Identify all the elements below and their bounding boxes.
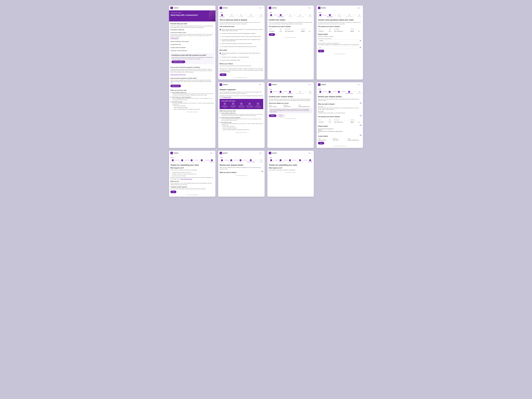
radio-option-5[interactable]: There's a problem with the goods or serv… bbox=[220, 42, 263, 45]
back-link-8[interactable]: ‹ Back bbox=[171, 157, 214, 158]
review-detail-value: You want to cancel a subscription or a r… bbox=[318, 112, 361, 114]
back-link-7[interactable]: ‹ Back bbox=[318, 88, 361, 90]
back-link-2[interactable]: ‹ Back bbox=[220, 12, 263, 13]
detail-radio-2[interactable]: You want to cancel a subscription or a r… bbox=[220, 56, 263, 59]
accordion-header-trial[interactable]: An expired free trial ∨ bbox=[171, 44, 214, 45]
exit-link-9[interactable]: Exit bbox=[259, 152, 261, 154]
exit-link-4[interactable]: Exit bbox=[358, 7, 360, 9]
radio-circle-4[interactable] bbox=[220, 39, 221, 40]
payment-table-questions: Date Type Description Amount 01/04/2022 … bbox=[318, 28, 361, 32]
radio-option-2[interactable]: You haven't received your goods or servi… bbox=[220, 32, 263, 35]
exit-link-10[interactable]: Exit bbox=[309, 152, 310, 154]
review-next-button[interactable]: Next bbox=[318, 142, 324, 144]
thanks1-card-body: ‹ Back ✓ Dispute type ✓ Dispute details … bbox=[169, 156, 215, 197]
col-amount: Amount bbox=[301, 28, 309, 30]
dispute-payment-button[interactable]: Dispute a payment bbox=[171, 61, 185, 63]
accordion-header-pending[interactable]: A pending or reserved payment ∨ bbox=[171, 50, 214, 51]
r-step-3: 3 Your details bbox=[288, 14, 292, 17]
radio-option-6[interactable]: You used your debit card at a cash machi… bbox=[220, 45, 263, 48]
review-payment-header: The payment you want to dispute Edit bbox=[318, 115, 361, 118]
exit-button-thanks1[interactable]: Exit bbox=[171, 191, 176, 193]
step-label-4: Review and submit bbox=[247, 16, 254, 17]
cancel-button[interactable]: Cancel bbox=[277, 114, 285, 117]
review-contact-edit[interactable]: Edit bbox=[360, 134, 361, 136]
review-dispute-edit[interactable]: Edit bbox=[360, 124, 361, 126]
retailer-page-subtitle: Check this is the retailer that you want… bbox=[269, 22, 312, 25]
q1-select[interactable]: Monthly Weekly Annually bbox=[318, 39, 361, 42]
report-scam-link[interactable]: Find the number to report a scam bbox=[171, 74, 186, 75]
review-contact-title: Contact details bbox=[318, 136, 328, 137]
dpinfo-num-1: ① bbox=[220, 112, 221, 117]
q2-select[interactable]: No Yes bbox=[318, 46, 361, 49]
accordion-item-trader[interactable]: A trader with a different name ∨ Some re… bbox=[171, 31, 214, 40]
exit-link-8[interactable]: Exit bbox=[210, 152, 212, 154]
back-link-6[interactable]: ‹ Back bbox=[269, 88, 312, 90]
accordion-header-debit[interactable]: A regular debit card payment ∨ bbox=[171, 47, 214, 48]
detail-radio-circle-1[interactable] bbox=[220, 53, 221, 54]
exit-link-5[interactable]: Exit bbox=[259, 84, 261, 85]
back-link-9[interactable]: ‹ Back bbox=[220, 157, 263, 158]
radio-circle-1[interactable] bbox=[220, 29, 221, 30]
radio-circle-2[interactable] bbox=[220, 33, 221, 34]
check-retailer-link[interactable]: Check retailer list bbox=[171, 38, 178, 39]
questions-next-button[interactable]: Next bbox=[318, 50, 324, 52]
review-payment-edit[interactable]: Edit bbox=[360, 115, 361, 116]
email-point-1: a unique reference number for your claim bbox=[172, 172, 214, 173]
radio-option-1[interactable]: There's a problem with a free trial, sub… bbox=[220, 28, 263, 32]
footer-questions: © 2021 Brindlesnow Bank Plc. bbox=[318, 53, 361, 54]
report-fraud-button[interactable]: Report fraud bbox=[171, 85, 181, 87]
review-details-card-2: N NatWest Exit ↗ ‹ Back ✓ Dispute type bbox=[218, 151, 265, 197]
questions-page-subtitle: We need to ask you some questions specif… bbox=[318, 22, 361, 25]
t-step-1: ✓ Dispute type bbox=[171, 159, 175, 162]
banking-link[interactable]: Banking Me Way bbox=[223, 97, 231, 98]
radio-circle-3[interactable] bbox=[220, 36, 221, 37]
detail-radio-circle-2[interactable] bbox=[220, 57, 221, 58]
dpinfo-check-1: ① Check with the retailer first The quic… bbox=[220, 112, 263, 117]
review-issue-edit[interactable]: Edit bbox=[360, 102, 361, 103]
rv-name-group: Name: Jeremy Johnson bbox=[318, 138, 332, 141]
back-link-3[interactable]: ‹ Back bbox=[269, 12, 312, 13]
exit-link-2[interactable]: Exit bbox=[259, 7, 261, 9]
review-dispute-section: Dispute details Edit How regular are the… bbox=[318, 124, 361, 133]
exit-link-6[interactable]: Exit bbox=[309, 84, 310, 85]
back-link-4[interactable]: ‹ Back bbox=[318, 12, 361, 13]
t-step-label-4: Review and submit bbox=[198, 162, 205, 162]
payment-date: 01/04/2022 bbox=[269, 30, 279, 32]
accordion-header-trader[interactable]: A trader with a different name ∨ bbox=[171, 32, 214, 33]
accordion-item-pending[interactable]: A pending or reserved payment ∨ bbox=[171, 49, 214, 52]
dpinfo-bullet-3: claims on different debit cards connecte… bbox=[223, 129, 263, 131]
help-page-link[interactable]: cord payment help page bbox=[181, 178, 192, 180]
accordion-header-cardholder[interactable]: Another cardholder on the account ∨ bbox=[171, 41, 214, 42]
detail-radio-1[interactable]: You've cancelled a subscription or a rec… bbox=[220, 52, 263, 56]
radio-circle-5[interactable] bbox=[220, 43, 221, 44]
accordion-label-debit: A regular debit card payment bbox=[171, 47, 186, 48]
external-icon-4: ↗ bbox=[361, 7, 361, 9]
radio-option-3[interactable]: You've cancelled or returned the goods o… bbox=[220, 35, 263, 38]
q-step-4: 4 Review and submit bbox=[346, 14, 353, 17]
dstep-circle-4: 4 bbox=[248, 102, 251, 105]
radio-circle-6[interactable] bbox=[220, 46, 221, 48]
accordion-item-trial[interactable]: An expired free trial ∨ bbox=[171, 43, 214, 46]
detail-radio-3[interactable]: Remove a previous cancellation request bbox=[220, 59, 263, 62]
exit-link-3[interactable]: Exit bbox=[309, 7, 310, 9]
progress-bar-3: ✓ Dispute type 2 Dispute details 3 Your … bbox=[269, 14, 312, 17]
before-continue-title: Before you continue bbox=[220, 63, 263, 65]
r-connector-3 bbox=[292, 15, 297, 15]
card-header-contact: N NatWest Exit ↗ bbox=[267, 82, 314, 87]
mobile-group: Mobile no: 07912345678 bbox=[284, 105, 298, 107]
dstep-3: 3 Contact details Confirm details as we … bbox=[238, 102, 245, 108]
c-step-3: 3 Your details bbox=[288, 91, 292, 94]
radio-option-4[interactable]: You authorised a payment and were charge… bbox=[220, 38, 263, 42]
dispute-next-button[interactable]: Next> bbox=[220, 73, 227, 76]
review2-what-edit[interactable]: Edit bbox=[261, 171, 263, 172]
card-header-thanks2: N NatWest Exit ↗ bbox=[267, 151, 314, 156]
accordion-item-cardholder[interactable]: Another cardholder on the account ∨ bbox=[171, 40, 214, 43]
back-link-10[interactable]: ‹ Back bbox=[269, 157, 312, 158]
contact-btn-row: Update Cancel bbox=[269, 114, 312, 117]
progress-bar-2: 1 Dispute type 2 Dispute details 3 Your … bbox=[220, 14, 263, 17]
detail-radio-circle-3[interactable] bbox=[220, 60, 221, 61]
accordion-item-debit[interactable]: A regular debit card payment ∨ bbox=[171, 46, 214, 49]
update-button[interactable]: Update bbox=[269, 114, 276, 117]
retailer-next-button[interactable]: Next bbox=[269, 33, 275, 36]
exit-link-7[interactable]: Exit bbox=[358, 84, 360, 85]
